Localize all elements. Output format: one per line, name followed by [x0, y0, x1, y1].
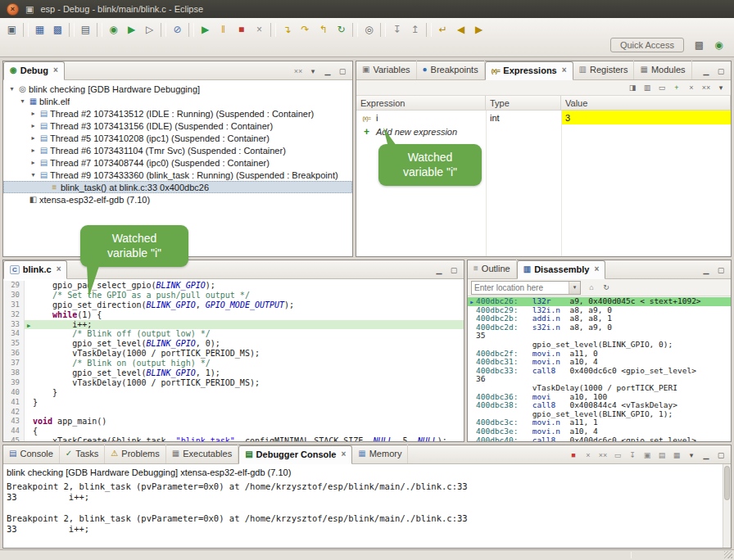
show-type-names-icon[interactable]: ◨: [626, 82, 639, 94]
disassembly-line[interactable]: 400dbc2d: s32i.n a8, a9, 0: [468, 323, 731, 332]
debug-tree-row[interactable]: blink_task() at blink.c:33 0x400dbc26: [3, 181, 352, 193]
display-console-icon[interactable]: ▤: [655, 449, 668, 461]
minimize-icon[interactable]: ▁: [433, 264, 446, 276]
step-into-icon[interactable]: ↴: [279, 21, 296, 38]
debug-tree-row[interactable]: ▸ Thread #5 1073410208 (ipc1) (Suspended…: [3, 132, 352, 144]
print-icon[interactable]: ▤: [77, 21, 94, 38]
disassembly-line[interactable]: 400dbc40: call8 0x400dc6c0 <gpio_set_lev…: [468, 436, 731, 442]
tab-executables[interactable]: Executables: [166, 445, 238, 463]
tab-debug[interactable]: Debug: [3, 61, 65, 80]
tab-disassembly[interactable]: Disassembly: [517, 260, 606, 279]
search-icon[interactable]: ◎: [360, 21, 378, 38]
scrollbar-thumb[interactable]: [724, 466, 730, 500]
remove-launch-icon[interactable]: ×: [582, 449, 595, 461]
home-icon[interactable]: ⌂: [585, 282, 598, 294]
clear-console-icon[interactable]: ▭: [611, 449, 624, 461]
skip-all-breakpoints-icon[interactable]: ⊘: [169, 21, 186, 38]
next-annotation-icon[interactable]: ↧: [388, 21, 406, 38]
window-close-button[interactable]: ×: [7, 3, 19, 16]
tab-expressions[interactable]: Expressions: [485, 61, 573, 80]
tab-registers[interactable]: Registers: [573, 61, 635, 79]
view-menu-icon[interactable]: ▾: [714, 82, 727, 94]
expand-arrow-icon[interactable]: ▸: [29, 134, 38, 142]
view-menu-icon[interactable]: ▾: [685, 449, 698, 461]
disassembly-listing[interactable]: 400dbc26: l32r a9, 0x400d045c < stext+10…: [468, 296, 731, 441]
tab-debugger-console[interactable]: Debugger Console: [238, 445, 352, 464]
previous-annotation-icon[interactable]: ↥: [406, 21, 424, 38]
resume-icon[interactable]: ▶: [197, 21, 214, 38]
console-output[interactable]: blink checking [GDB Hardware Debugging] …: [3, 464, 731, 548]
forward-icon[interactable]: ▶: [470, 21, 487, 38]
back-icon[interactable]: ◀: [452, 21, 469, 38]
debug-perspective-icon[interactable]: ◉: [710, 37, 727, 53]
close-icon[interactable]: [53, 66, 58, 75]
code-line[interactable]: 34 /* Blink off (output low) */: [3, 329, 464, 339]
close-icon[interactable]: [594, 265, 599, 273]
code-line[interactable]: 29 gpio_pad_select_gpio(BLINK_GPIO);: [3, 281, 464, 291]
tab-modules[interactable]: Modules: [634, 61, 691, 79]
refresh-icon[interactable]: ↻: [600, 282, 613, 294]
debug-tree-row[interactable]: ▸ Thread #3 1073413156 (IDLE) (Suspended…: [3, 120, 352, 132]
debug-tree-row[interactable]: xtensa-esp32-elf-gdb (7.10): [3, 193, 352, 205]
debug-tree-row[interactable]: ▸ Thread #2 1073413512 (IDLE : Running) …: [3, 107, 352, 120]
code-line[interactable]: 43 void app_main(): [3, 417, 464, 427]
code-line[interactable]: 37 /* Blink on (output high) */: [3, 359, 464, 368]
add-expression-icon[interactable]: +: [670, 82, 683, 94]
resize-grip[interactable]: [724, 551, 732, 558]
column-header-type[interactable]: Type: [486, 96, 561, 110]
close-icon[interactable]: [562, 66, 567, 75]
code-line[interactable]: 42: [3, 408, 464, 418]
remove-icon[interactable]: ×: [685, 82, 698, 94]
restart-icon[interactable]: ↻: [333, 21, 350, 38]
scrollbar[interactable]: [723, 464, 731, 548]
maximize-icon[interactable]: ▢: [714, 65, 727, 77]
expand-arrow-icon[interactable]: ▸: [29, 122, 38, 129]
code-line[interactable]: 35 gpio_set_level(BLINK_GPIO, 0);: [3, 339, 464, 349]
location-input[interactable]: [472, 282, 569, 293]
debug-tree-row[interactable]: ▸ Thread #7 1073408744 (ipc0) (Suspended…: [3, 156, 352, 169]
remove-all-launches-icon[interactable]: ××: [596, 449, 609, 461]
code-line[interactable]: 38 gpio_set_level(BLINK_GPIO, 1);: [3, 368, 464, 378]
tab-tasks[interactable]: Tasks: [60, 445, 106, 463]
collapse-all-icon[interactable]: ▭: [655, 82, 668, 94]
minimize-icon[interactable]: ▁: [321, 65, 334, 77]
column-header-expression[interactable]: Expression: [356, 96, 486, 110]
expand-arrow-icon[interactable]: ▸: [29, 147, 38, 154]
save-icon[interactable]: ▦: [31, 21, 48, 38]
expand-arrow-icon[interactable]: ▸: [29, 110, 38, 117]
maximize-icon[interactable]: ▢: [336, 65, 349, 77]
open-perspective-icon[interactable]: ▩: [691, 37, 708, 53]
new-wizard-icon[interactable]: ▣: [3, 21, 20, 38]
debug-icon[interactable]: ◉: [105, 21, 122, 38]
view-menu-icon[interactable]: ▾: [306, 65, 319, 77]
open-console-icon[interactable]: ▦: [670, 449, 683, 461]
column-header-value[interactable]: Value: [561, 96, 731, 110]
terminate-icon[interactable]: ■: [567, 449, 580, 461]
step-over-icon[interactable]: ↷: [297, 21, 314, 38]
expand-arrow-icon[interactable]: ▾: [7, 85, 16, 93]
close-icon[interactable]: [341, 450, 346, 458]
code-line[interactable]: 40 }: [3, 388, 464, 398]
tab-problems[interactable]: Problems: [105, 445, 165, 463]
debug-tree-row[interactable]: ▾ blink checking [GDB Hardware Debugging…: [3, 83, 352, 95]
minimize-icon[interactable]: ▁: [700, 264, 713, 276]
debug-tree-row[interactable]: ▾ blink.elf: [3, 95, 352, 107]
code-line[interactable]: 36 vTaskDelay(1000 / portTICK_PERIOD_MS)…: [3, 349, 464, 359]
tab-variables[interactable]: Variables: [356, 61, 417, 79]
debug-tree-row[interactable]: ▾ Thread #9 1073433360 (blink_task : Run…: [3, 169, 352, 181]
tab-breakpoints[interactable]: Breakpoints: [417, 61, 485, 79]
code-line[interactable]: 41 }: [3, 398, 464, 408]
disconnect-icon[interactable]: ×: [251, 21, 268, 38]
expression-row[interactable]: i int 3: [356, 111, 731, 124]
scroll-lock-icon[interactable]: ↧: [626, 449, 639, 461]
code-line[interactable]: 30 /* Set the GPIO as a push/pull output…: [3, 291, 464, 300]
tab-memory[interactable]: Memory: [352, 445, 408, 463]
maximize-icon[interactable]: ▢: [714, 449, 727, 461]
tab-blink-c[interactable]: blink.c: [3, 260, 67, 279]
maximize-icon[interactable]: ▢: [447, 264, 460, 276]
save-all-icon[interactable]: ▩: [49, 21, 66, 38]
run-icon[interactable]: ▶: [123, 21, 140, 38]
external-tools-icon[interactable]: ▷: [141, 21, 158, 38]
code-line[interactable]: 44 {: [3, 427, 464, 436]
terminate-icon[interactable]: ■: [233, 21, 250, 38]
